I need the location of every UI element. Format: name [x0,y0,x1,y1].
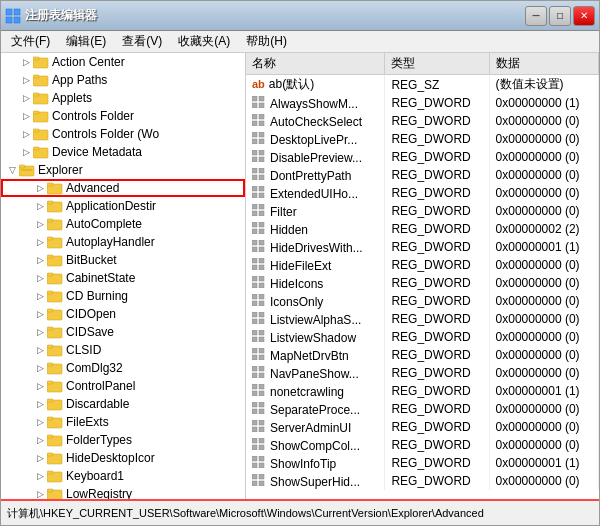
expand-icon: ▷ [19,109,33,123]
table-row[interactable]: ShowSuperHid...REG_DWORD0x00000000 (0) [246,472,599,490]
tree-item-action-center[interactable]: ▷ Action Center [1,53,245,71]
menu-favorites[interactable]: 收藏夹(A) [170,31,238,52]
tree-item-device-metadata[interactable]: ▷ Device Metadata [1,143,245,161]
tree-item-controls-folder-wo[interactable]: ▷ Controls Folder (Wo [1,125,245,143]
tree-item-explorer[interactable]: ▽ Explorer [1,161,245,179]
reg-name-text: ShowCompCol... [270,439,360,453]
col-type[interactable]: 类型 [385,53,489,75]
svg-rect-134 [259,438,264,443]
table-row[interactable]: ShowInfoTipREG_DWORD0x00000001 (1) [246,454,599,472]
folder-icon [47,433,63,447]
reg-data-cell: 0x00000000 (0) [489,364,598,382]
table-row[interactable]: DesktopLivePr...REG_DWORD0x00000000 (0) [246,130,599,148]
tree-item-applets[interactable]: ▷ Applets [1,89,245,107]
table-row[interactable]: HideIconsREG_DWORD0x00000000 (0) [246,274,599,292]
menu-file[interactable]: 文件(F) [3,31,58,52]
col-name[interactable]: 名称 [246,53,385,75]
table-row[interactable]: DisablePreview...REG_DWORD0x00000000 (0) [246,148,599,166]
table-row[interactable]: DontPrettyPathREG_DWORD0x00000000 (0) [246,166,599,184]
folder-open-icon [19,163,35,177]
svg-rect-88 [259,229,264,234]
table-row[interactable]: AutoCheckSelectREG_DWORD0x00000000 (0) [246,112,599,130]
svg-rect-85 [252,222,257,227]
svg-rect-62 [259,114,264,119]
reg-type-cell: REG_DWORD [385,310,489,328]
svg-rect-106 [259,312,264,317]
table-row[interactable]: NavPaneShow...REG_DWORD0x00000000 (0) [246,364,599,382]
reg-data-cell: 0x00000000 (0) [489,400,598,418]
reg-name-cell: ShowCompCol... [246,436,385,454]
table-row[interactable]: ListviewAlphaS...REG_DWORD0x00000000 (0) [246,310,599,328]
reg-name-text: ListviewAlphaS... [270,313,361,327]
table-row[interactable]: abab(默认)REG_SZ(数值未设置) [246,75,599,95]
svg-rect-142 [259,474,264,479]
tree-label: Controls Folder (Wo [52,127,159,141]
reg-data-cell: 0x00000000 (0) [489,256,598,274]
svg-rect-70 [259,150,264,155]
tree-item-app-dest[interactable]: ▷ ApplicationDestir [1,197,245,215]
table-row[interactable]: ServerAdminUIREG_DWORD0x00000000 (0) [246,418,599,436]
tree-item-discardable[interactable]: ▷ Discardable [1,395,245,413]
svg-rect-141 [252,474,257,479]
tree-item-cid-open[interactable]: ▷ CIDOpen [1,305,245,323]
tree-item-advanced[interactable]: ▷ Advanced [1,179,245,197]
menu-view[interactable]: 查看(V) [114,31,170,52]
tree-label: LowRegistry [66,487,132,499]
table-row[interactable]: HideFileExtREG_DWORD0x00000000 (0) [246,256,599,274]
tree-pane[interactable]: ▷ Action Center ▷ App Paths ▷ A [1,53,246,499]
table-row[interactable]: nonetcrawlingREG_DWORD0x00000001 (1) [246,382,599,400]
svg-rect-109 [252,330,257,335]
tree-item-bitbucket[interactable]: ▷ BitBucket [1,251,245,269]
tree-item-keyboard1[interactable]: ▷ Keyboard1 [1,467,245,485]
reg-type-cell: REG_DWORD [385,418,489,436]
reg-data-cell: 0x00000000 (0) [489,328,598,346]
menu-help[interactable]: 帮助(H) [238,31,295,52]
reg-name-text: IconsOnly [270,295,323,309]
tree-item-comdlg32[interactable]: ▷ ComDlg32 [1,359,245,377]
tree-item-file-exts[interactable]: ▷ FileExts [1,413,245,431]
tree-item-app-paths[interactable]: ▷ App Paths [1,71,245,89]
expand-icon: ▷ [33,235,47,249]
tree-item-hide-desktop[interactable]: ▷ HideDesktopIcor [1,449,245,467]
expand-icon: ▷ [33,397,47,411]
tree-item-cabinet-state[interactable]: ▷ CabinetState [1,269,245,287]
svg-rect-81 [252,204,257,209]
svg-rect-65 [252,132,257,137]
table-row[interactable]: ExtendedUIHo...REG_DWORD0x00000000 (0) [246,184,599,202]
tree-label: Discardable [66,397,129,411]
close-button[interactable]: ✕ [573,6,595,26]
tree-item-cid-save[interactable]: ▷ CIDSave [1,323,245,341]
menu-edit[interactable]: 编辑(E) [58,31,114,52]
table-row[interactable]: AlwaysShowM...REG_DWORD0x00000000 (1) [246,94,599,112]
table-row[interactable]: SeparateProce...REG_DWORD0x00000000 (0) [246,400,599,418]
svg-rect-116 [259,355,264,360]
table-row[interactable]: FilterREG_DWORD0x00000000 (0) [246,202,599,220]
reg-data-cell: 0x00000000 (0) [489,346,598,364]
reg-data-cell: 0x00000000 (0) [489,436,598,454]
table-row[interactable]: MapNetDrvBtnREG_DWORD0x00000000 (0) [246,346,599,364]
tree-item-low-registry[interactable]: ▷ LowRegistry [1,485,245,499]
table-row[interactable]: IconsOnlyREG_DWORD0x00000000 (0) [246,292,599,310]
table-row[interactable]: HiddenREG_DWORD0x00000002 (2) [246,220,599,238]
registry-pane[interactable]: 名称 类型 数据 abab(默认)REG_SZ(数值未设置)AlwaysShow… [246,53,599,499]
svg-rect-97 [252,276,257,281]
dword-icon [252,116,266,128]
reg-name-cell: HideFileExt [246,256,385,274]
svg-rect-126 [259,402,264,407]
tree-item-controls-folder[interactable]: ▷ Controls Folder [1,107,245,125]
folder-icon [47,415,63,429]
tree-item-clsid[interactable]: ▷ CLSID [1,341,245,359]
svg-rect-123 [252,391,257,396]
tree-item-cd-burning[interactable]: ▷ CD Burning [1,287,245,305]
tree-item-control-panel[interactable]: ▷ ControlPanel [1,377,245,395]
expand-icon: ▷ [33,307,47,321]
table-row[interactable]: ListviewShadowREG_DWORD0x00000000 (0) [246,328,599,346]
table-row[interactable]: ShowCompCol...REG_DWORD0x00000000 (0) [246,436,599,454]
tree-item-autoplay-handler[interactable]: ▷ AutoplayHandler [1,233,245,251]
tree-item-autocomplete[interactable]: ▷ AutoComplete [1,215,245,233]
col-data[interactable]: 数据 [489,53,598,75]
tree-item-folder-types[interactable]: ▷ FolderTypes [1,431,245,449]
maximize-button[interactable]: □ [549,6,571,26]
table-row[interactable]: HideDrivesWith...REG_DWORD0x00000001 (1) [246,238,599,256]
minimize-button[interactable]: ─ [525,6,547,26]
